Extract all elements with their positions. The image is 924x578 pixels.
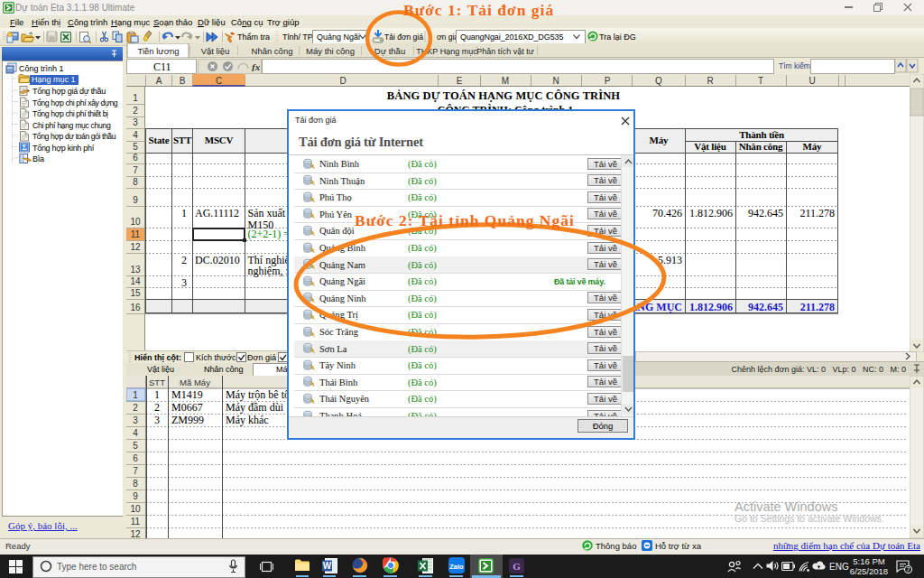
svg-text:2: 2 [133,403,138,413]
svg-text:1: 1 [133,390,138,400]
svg-text:15: 15 [130,288,141,298]
svg-text:3: 3 [181,276,187,289]
svg-text:211.278: 211.278 [799,207,835,219]
svg-text:3: 3 [133,117,138,127]
svg-text:11: 11 [131,517,141,527]
svg-text:Máy: Máy [803,141,822,152]
svg-text:13: 13 [130,265,141,275]
svg-text:Q: Q [655,76,662,86]
svg-text:N: N [552,76,559,86]
svg-text:Dự thầu: Dự thầu [374,46,405,56]
svg-text:A: A [156,76,162,86]
svg-text:4: 4 [133,428,138,438]
svg-text:M0667: M0667 [171,401,203,414]
svg-text:5: 5 [133,441,138,451]
svg-text:5.913: 5.913 [658,254,682,266]
svg-text:4: 4 [133,130,138,140]
svg-text:W: W [323,561,332,571]
svg-text:2: 2 [154,401,160,414]
svg-text:Vật liệu: Vật liệu [201,46,230,56]
svg-text:10: 10 [130,217,141,227]
svg-text:70.426: 70.426 [652,207,682,219]
svg-text:2: 2 [133,106,138,116]
svg-text:5: 5 [133,142,138,152]
svg-text:3: 3 [133,415,138,425]
svg-text:D: D [339,76,346,86]
svg-text:Zalo: Zalo [449,563,464,571]
svg-text:Máy: Máy [650,135,669,145]
svg-text:Σ: Σ [22,144,26,152]
svg-text:(2+2-1) =: (2+2-1) = [248,228,291,240]
svg-text:MSCV: MSCV [205,135,234,145]
svg-text:M1419: M1419 [171,388,203,401]
svg-text:9: 9 [133,491,138,501]
svg-text:R: R [707,76,713,86]
svg-text:DC.02010: DC.02010 [195,254,240,266]
svg-text:2: 2 [181,254,187,266]
svg-text:Thành tiền: Thành tiền [739,129,784,140]
svg-text:12: 12 [130,242,141,252]
svg-text:10: 10 [130,504,141,514]
svg-text:942.645: 942.645 [748,207,783,219]
svg-text:16: 16 [130,303,141,312]
svg-text:State: State [149,135,170,145]
svg-text:11: 11 [131,229,141,239]
svg-text:P: P [605,76,611,86]
svg-text:8: 8 [133,479,138,489]
svg-text:G: G [513,561,521,572]
svg-text:1: 1 [133,93,138,103]
svg-text:B: B [180,76,186,86]
svg-text:7: 7 [133,165,138,175]
svg-text:7: 7 [133,466,138,476]
svg-text:1: 1 [181,207,187,219]
svg-text:6: 6 [133,153,138,163]
svg-text:C: C [216,76,222,86]
svg-text:Mã Máy: Mã Máy [180,378,210,387]
svg-text:AG.11112: AG.11112 [195,207,239,219]
svg-text:E: E [457,76,463,86]
svg-text:STT: STT [149,378,165,387]
svg-text:Tiền lương: Tiền lương [137,46,179,56]
svg-text:1: 1 [154,388,160,401]
svg-text:nghiệm, x: nghiệm, x [248,265,291,277]
svg-text:Nhân công: Nhân công [252,46,293,56]
svg-text:M: M [502,76,509,86]
svg-text:7: 7 [906,565,910,573]
svg-text:942.645: 942.645 [748,301,783,313]
svg-text:STT: STT [173,135,192,145]
svg-text:Máy khác: Máy khác [226,414,269,426]
svg-text:1.812.906: 1.812.906 [689,301,733,313]
svg-text:12: 12 [130,529,141,538]
svg-text:3: 3 [154,414,160,426]
svg-text:T: T [758,76,763,86]
svg-text:U: U [808,76,815,86]
svg-text:fx: fx [252,61,261,71]
svg-text:Vật liệu: Vật liệu [694,141,725,152]
svg-text:14: 14 [130,276,141,286]
svg-text:6: 6 [133,453,138,463]
svg-text:Máy thi công: Máy thi công [306,46,355,56]
svg-text:9: 9 [133,195,138,205]
svg-text:Nhân công: Nhân công [739,141,783,152]
svg-text:8: 8 [133,177,138,187]
svg-text:THKP Hạng mục: THKP Hạng mục [416,47,477,56]
svg-text:211.278: 211.278 [800,301,835,313]
svg-text:1.812.906: 1.812.906 [689,207,733,219]
svg-text:Phân tích vật tư: Phân tích vật tư [476,47,534,56]
svg-text:BẢNG DỰ TOÁN HẠNG MỤC CÔNG TRÌ: BẢNG DỰ TOÁN HẠNG MỤC CÔNG TRÌNH [387,89,620,102]
svg-text:ZM999: ZM999 [171,414,204,426]
